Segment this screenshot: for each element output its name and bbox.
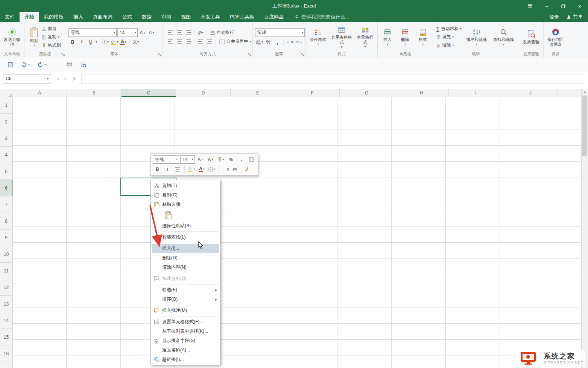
print-preview-button[interactable] [78, 60, 89, 69]
tab-pdf-tools[interactable]: PDF工具集 [225, 12, 259, 22]
row-header-1[interactable]: 1 [0, 97, 12, 114]
menu-item-filter[interactable]: 筛选(E)▸ [152, 285, 219, 295]
column-header-I[interactable]: I [449, 89, 503, 97]
tab-review[interactable]: 审阅 [156, 12, 176, 22]
vertical-scrollbar[interactable]: ▲ [581, 89, 588, 368]
menu-item-insert-comment[interactable]: 插入批注(M) [152, 306, 219, 315]
sort-filter-button[interactable]: AZ 排序和筛选▾ [463, 24, 490, 50]
font-name-select[interactable]: 等线▾ [68, 28, 117, 37]
clear-button[interactable]: 清除▾ [435, 41, 462, 49]
clipboard-dialog-launcher[interactable] [61, 53, 65, 56]
mini-percent-button[interactable]: % [226, 156, 236, 164]
wrap-text-button[interactable]: 自动换行 [209, 29, 235, 36]
mini-format-painter-button[interactable]: ▾ [216, 156, 225, 164]
row-header-17[interactable]: 17 [0, 362, 12, 368]
tab-my-templates[interactable]: 我的模板 [39, 12, 68, 22]
orientation-button[interactable]: ab▾ [196, 29, 205, 36]
number-dialog-launcher[interactable] [301, 53, 305, 56]
cancel-entry-button[interactable]: × [56, 76, 59, 82]
tab-file[interactable]: 文件 [0, 12, 20, 22]
format-cells-button[interactable]: 格式▾ [415, 24, 432, 50]
save-to-baidu-button[interactable]: 保存到百度网盘 [545, 24, 567, 50]
fill-button[interactable]: 填充▾ [435, 33, 462, 41]
tab-home[interactable]: 开始 [20, 12, 39, 22]
menu-item-show-phonetic[interactable]: wen文显示拼音字段(S) [152, 336, 219, 345]
invoice-check-button[interactable]: 发票查验 [520, 24, 542, 50]
row-header-5[interactable]: 5 [0, 163, 12, 180]
number-format-select[interactable]: 常规▾ [255, 28, 305, 37]
top-align-button[interactable] [166, 29, 174, 36]
align-center-button[interactable] [175, 38, 183, 46]
font-color-button[interactable]: A▾ [119, 38, 128, 46]
row-header-8[interactable]: 8 [0, 213, 12, 230]
cell-styles-button[interactable]: 单元格样式▾ [354, 24, 376, 50]
menu-item-cut[interactable]: 剪切(T) [152, 181, 219, 190]
mini-font-color-button[interactable]: A▾ [197, 166, 206, 173]
tab-page-layout[interactable]: 页面布局 [88, 12, 117, 22]
mini-table-button[interactable] [247, 156, 256, 164]
tab-formulas[interactable]: 公式 [117, 12, 137, 22]
menu-item-pick-from-list[interactable]: 从下拉列表中选择(K)... [152, 327, 219, 336]
restore-button[interactable] [555, 0, 571, 12]
decrease-decimal-button[interactable]: .00→ [295, 38, 303, 46]
mini-brush-button[interactable] [242, 166, 251, 173]
cells-area[interactable] [12, 97, 582, 368]
row-header-13[interactable]: 13 [0, 296, 12, 312]
underline-button[interactable]: U [87, 38, 95, 46]
redo-button[interactable]: ▾ [35, 61, 48, 69]
bold-button[interactable]: B [68, 38, 77, 46]
column-header-F[interactable]: F [285, 89, 340, 97]
menu-item-format-cells[interactable]: 设置单元格格式(F)... [152, 317, 219, 327]
row-header-12[interactable]: 12 [0, 279, 12, 296]
mini-increase-decimal-button[interactable]: .00→ [231, 166, 241, 173]
column-header-H[interactable]: H [394, 89, 449, 97]
align-right-button[interactable] [184, 38, 192, 46]
mini-decrease-decimal-button[interactable]: ←.0 [221, 166, 230, 173]
delete-cells-button[interactable]: 删除▾ [397, 24, 413, 50]
insert-function-button[interactable]: fx [73, 76, 76, 82]
formula-input[interactable] [81, 74, 584, 84]
increase-decimal-button[interactable]: ←.0 [286, 38, 294, 46]
borders-button[interactable]: ▾ [101, 38, 109, 46]
autosum-button[interactable]: ∑ 自动求和▾ [435, 25, 462, 33]
comma-style-button[interactable]: , [273, 38, 281, 46]
middle-align-button[interactable] [175, 29, 183, 36]
cut-button[interactable]: 剪切 [41, 25, 62, 33]
menu-item-delete[interactable]: 删除(D)... [152, 253, 219, 263]
font-dialog-launcher[interactable] [158, 53, 162, 56]
font-size-select[interactable]: 14▾ [117, 28, 138, 37]
column-header-B[interactable]: B [67, 89, 122, 97]
row-header-4[interactable]: 4 [0, 147, 12, 163]
scrollbar-thumb[interactable] [582, 96, 587, 156]
mini-bold-button[interactable]: B [153, 166, 162, 173]
column-header-K[interactable]: K [558, 89, 582, 97]
minimize-button[interactable] [538, 0, 555, 12]
column-header-A[interactable]: A [12, 89, 67, 97]
row-header-16[interactable]: 16 [0, 345, 12, 362]
mini-italic-button[interactable]: I [163, 166, 172, 173]
paste-button[interactable]: 粘贴 ▾ [29, 24, 40, 50]
find-select-button[interactable]: 查找和选择▾ [491, 24, 517, 50]
share-button[interactable]: 共享 [567, 14, 583, 20]
increase-font-size-button[interactable]: A▲ [138, 29, 147, 36]
tab-view[interactable]: 视图 [176, 12, 196, 22]
menu-item-copy[interactable]: 复制(C) [152, 190, 219, 200]
menu-item-define-name[interactable]: 定义名称(A)... [152, 345, 219, 355]
mini-decrease-font-button[interactable]: A▼ [206, 156, 215, 164]
row-header-2[interactable]: 2 [0, 114, 12, 130]
undo-button[interactable]: ▾ [19, 61, 32, 69]
send-to-wechat-button[interactable]: 发送到微信 [1, 24, 23, 50]
fill-color-button[interactable]: ▾ [110, 38, 119, 46]
mini-font-name-select[interactable]: 等线▾ [153, 155, 179, 164]
confirm-entry-button[interactable]: ✓ [64, 76, 68, 82]
mini-center-button[interactable] [173, 166, 182, 173]
accounting-format-button[interactable]: ▾ [255, 38, 263, 46]
column-header-E[interactable]: E [231, 89, 285, 97]
tab-baidu-netdisk[interactable]: 百度网盘 [259, 12, 289, 22]
format-painter-button[interactable]: 格式刷 [41, 41, 62, 49]
select-all-corner[interactable] [0, 89, 13, 98]
tell-me-box[interactable]: 告诉我您想要做什么... [295, 12, 349, 22]
ribbon-display-options-button[interactable] [522, 0, 538, 12]
bottom-align-button[interactable] [184, 29, 192, 36]
format-as-table-button[interactable]: 套用表格格式▾ [330, 24, 353, 50]
